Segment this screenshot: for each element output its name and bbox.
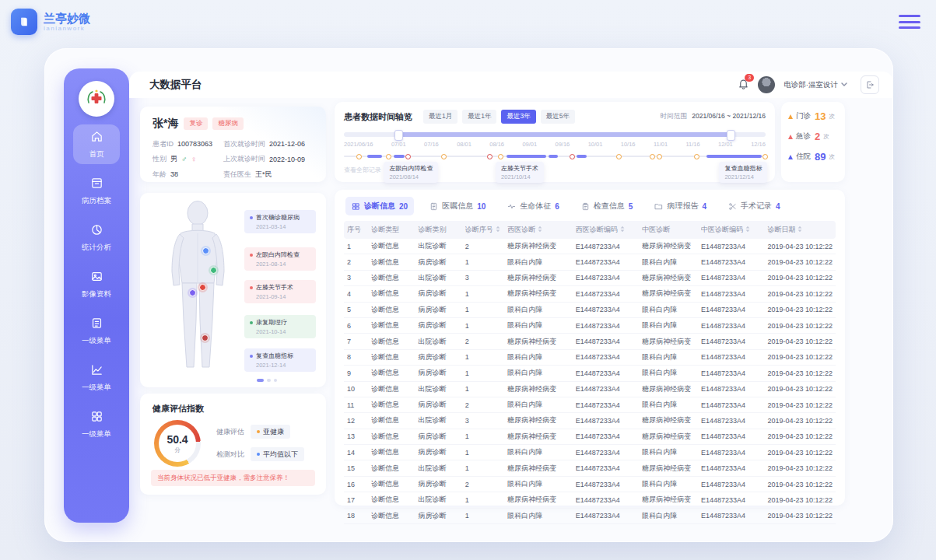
event-dot[interactable] <box>441 154 447 159</box>
table-cell: E14487233A4 <box>701 496 768 504</box>
event-segment[interactable] <box>706 155 761 158</box>
table-row: 4诊断信息病房诊断1糖尿病神经病变E14487233A4糖尿病神经病变E1448… <box>344 286 836 302</box>
notifications-bell-icon[interactable]: 3 <box>738 78 749 93</box>
patient-field: 首次就诊时间 2021-12-06 <box>223 139 305 149</box>
slider-handle-right[interactable] <box>727 130 735 141</box>
event-dot[interactable] <box>487 154 493 159</box>
table-row: 18诊断信息病房诊断1眼科白内障E14487233A4眼科白内障E1448723… <box>344 509 836 524</box>
pagination-dot[interactable] <box>257 379 264 383</box>
column-header[interactable]: 西医诊断编码 <box>576 225 643 235</box>
table-cell: 4 <box>347 290 371 298</box>
table-cell: 眼科白内障 <box>507 305 575 315</box>
body-marker-dot[interactable] <box>189 289 196 296</box>
slider-selection[interactable] <box>398 132 730 137</box>
user-menu[interactable]: 电诊部·温室设计 <box>784 80 847 90</box>
body-event-chip: 康复期理疗 2021-10-14 <box>244 315 316 338</box>
table-cell: 眼科白内障 <box>642 305 701 315</box>
table-cell: E14487233A4 <box>576 496 643 504</box>
timeline-filter-1[interactable]: 最近1年 <box>462 110 496 124</box>
hamburger-menu-icon[interactable] <box>899 15 920 29</box>
sort-icon[interactable] <box>496 226 500 234</box>
timeline-filter-0[interactable]: 最近1月 <box>423 110 457 124</box>
archive-icon <box>90 177 103 193</box>
timeline-slider[interactable] <box>344 131 766 138</box>
event-segment[interactable] <box>549 155 558 158</box>
tab-5[interactable]: 手术记录 4 <box>722 197 787 215</box>
tab-4[interactable]: 病理报告 4 <box>648 197 713 215</box>
sort-icon[interactable] <box>745 226 750 234</box>
event-dot[interactable] <box>386 154 391 159</box>
patient-name: 张*海 <box>152 117 178 131</box>
table-cell: 眼科白内障 <box>642 479 701 489</box>
tab-count: 5 <box>629 202 633 211</box>
tab-3[interactable]: 检查信息 5 <box>575 197 640 215</box>
tab-1[interactable]: 医嘱信息 10 <box>423 197 492 215</box>
sidebar-item-2[interactable]: 统计分析 <box>73 218 120 257</box>
sidebar-item-0[interactable]: 首页 <box>73 124 120 164</box>
body-marker-dot[interactable] <box>202 334 209 341</box>
table-cell: 病房诊断 <box>418 352 464 362</box>
event-dot[interactable] <box>498 154 503 159</box>
event-segment[interactable] <box>507 155 546 158</box>
column-header[interactable]: 中医诊断编码 <box>701 225 768 235</box>
table-cell: E14487233A4 <box>701 481 768 488</box>
patient-field: 患者ID 100783063 <box>152 139 212 149</box>
sidebar-item-1[interactable]: 病历档案 <box>73 171 120 211</box>
table-cell: 出院诊断 <box>418 337 464 347</box>
stat-row: 急诊 2 次 <box>788 131 845 142</box>
table-cell: 眼科白内障 <box>507 447 575 457</box>
body-marker-dot[interactable] <box>202 247 209 254</box>
event-dot[interactable] <box>650 154 655 159</box>
event-dot[interactable] <box>694 154 699 159</box>
event-dot[interactable] <box>762 154 768 159</box>
sidebar-item-4[interactable]: 一级菜单 <box>73 311 120 351</box>
column-header[interactable]: 诊断序号 <box>465 225 507 235</box>
table-cell: 眼科白内障 <box>642 400 701 410</box>
event-segment[interactable] <box>394 155 405 158</box>
event-segment[interactable] <box>367 155 382 158</box>
sidebar-item-6[interactable]: 一级菜单 <box>73 404 120 444</box>
table-cell: 1 <box>465 512 507 520</box>
table-cell: 出院诊断 <box>418 384 464 394</box>
sidebar-item-5[interactable]: 一级菜单 <box>73 358 120 397</box>
column-header[interactable]: 诊断日期 <box>767 225 833 235</box>
table-cell: E14487233A4 <box>701 417 768 425</box>
health-title: 健康评估指数 <box>152 403 326 415</box>
timeline-filter-2[interactable]: 最近3年 <box>501 110 535 124</box>
sidebar-menu: 首页 病历档案 统计分析 影像资料 一级菜单 一级菜单 一级菜单 <box>64 124 129 444</box>
event-dot[interactable] <box>356 154 362 159</box>
timeline-tick-labels: 2021/06/1607/0107/1608/0108/1609/0109/16… <box>344 141 766 148</box>
table-cell: 1 <box>465 353 507 361</box>
event-dot[interactable] <box>616 154 622 159</box>
logout-icon[interactable] <box>861 75 879 94</box>
body-marker-dot[interactable] <box>199 284 206 291</box>
sort-icon[interactable] <box>620 226 625 234</box>
table-cell: 1 <box>465 496 507 504</box>
sort-icon[interactable] <box>798 226 802 234</box>
sort-icon[interactable] <box>538 226 542 234</box>
table-cell: E14487233A4 <box>576 417 643 425</box>
sidebar-item-3[interactable]: 影像资料 <box>73 264 120 304</box>
column-header[interactable]: 西医诊断 <box>507 225 575 235</box>
table-cell: 1 <box>465 449 507 457</box>
page-title: 大数据平台 <box>149 78 202 92</box>
timeline-filter-3[interactable]: 最近5年 <box>541 110 575 124</box>
pagination-dot[interactable] <box>267 379 271 383</box>
table-cell: 8 <box>347 353 371 361</box>
tab-0[interactable]: 诊断信息 20 <box>345 197 414 215</box>
event-dot[interactable] <box>405 154 411 159</box>
table-row: 9诊断信息病房诊断1眼科白内障E14487233A4眼科白内障E14487233… <box>344 366 836 381</box>
event-dot[interactable] <box>570 154 575 159</box>
patient-field: 责任医生 王*民 <box>223 170 305 180</box>
tab-2[interactable]: 生命体征 6 <box>501 197 566 215</box>
pagination-dot[interactable] <box>274 379 278 383</box>
slider-handle-left[interactable] <box>394 130 403 141</box>
table-cell: E14487233A4 <box>701 432 768 440</box>
event-dot[interactable] <box>657 154 662 159</box>
table-cell: 眼科白内障 <box>507 368 575 378</box>
body-marker-dot[interactable] <box>210 267 217 274</box>
table-cell: 眼科白内障 <box>642 352 701 362</box>
table-cell: 2019-04-23 10:12:22 <box>767 290 833 298</box>
event-segment[interactable] <box>577 155 587 158</box>
avatar[interactable] <box>758 76 775 93</box>
